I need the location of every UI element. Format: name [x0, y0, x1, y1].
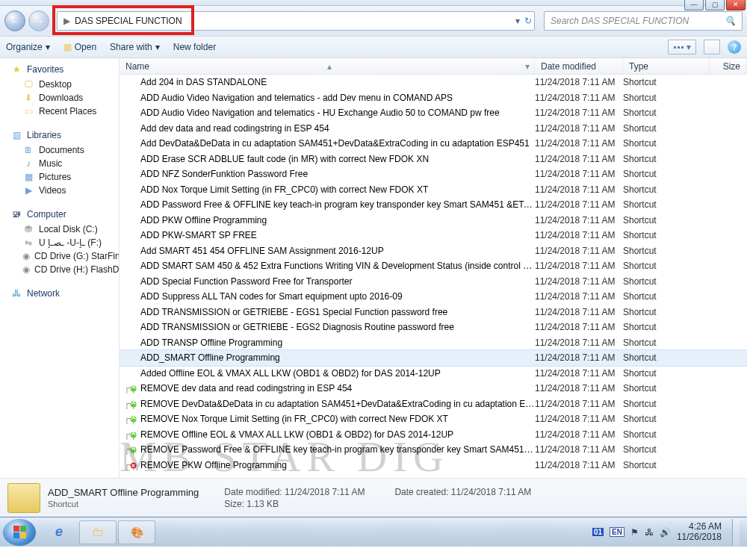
sidebar-item[interactable]: ▦Pictures [0, 170, 119, 184]
table-row[interactable]: Add 204 in DAS STANDALONE11/24/2018 7:11… [120, 75, 747, 90]
taskbar-explorer-button[interactable]: 🗀 [79, 520, 117, 544]
sidebar-item-label: Downloads [39, 93, 83, 103]
table-row[interactable]: ADD SMART SAM 450 & 452 Extra Functions … [120, 258, 747, 274]
tray-clock[interactable]: 4:26 AM 11/26/2018 [677, 522, 722, 543]
column-type[interactable]: Type [623, 58, 710, 74]
vid-icon: ▶ [22, 185, 34, 196]
file-icon [125, 140, 137, 149]
sidebar-network-header[interactable]: 🖧Network [0, 287, 119, 302]
file-date-cell: 11/24/2018 7:11 AM [535, 399, 623, 409]
table-row[interactable]: Add dev data and read codingstring in ES… [120, 121, 747, 137]
file-date-cell: 11/24/2018 7:11 AM [535, 230, 623, 240]
file-name-cell: REMOVE PKW Offline Programming [120, 460, 535, 470]
sidebar-item[interactable]: ▭Recent Places [0, 105, 119, 118]
recent-icon: ▭ [22, 106, 34, 116]
file-type-cell: Shortcut [623, 184, 710, 195]
table-row[interactable]: REMOVE Password Free & OFFLINE key teach… [120, 442, 747, 458]
column-size[interactable]: Size [710, 58, 747, 74]
back-button[interactable]: ← [4, 10, 25, 31]
table-row[interactable]: ADD Password Free & OFFLINE key teach-in… [120, 197, 747, 213]
table-row[interactable]: ADD TRANSMISSION or GETRIEBE - EGS1 Spec… [120, 305, 747, 320]
refresh-button[interactable]: ↻ [524, 16, 532, 26]
file-date-cell: 11/24/2018 7:11 AM [535, 307, 623, 317]
file-date-cell: 11/24/2018 7:11 AM [535, 460, 623, 470]
maximize-button[interactable]: ▢ [705, 0, 725, 10]
tray-network-icon[interactable]: 🖧 [645, 527, 654, 538]
sidebar-libraries-header[interactable]: ▥Libraries [0, 128, 119, 143]
sidebar-computer-header[interactable]: 🖳Computer [0, 208, 119, 223]
file-type-cell: Shortcut [623, 215, 710, 225]
tray-shield-icon[interactable]: ⚑ [630, 527, 639, 538]
column-dropdown-icon[interactable]: ▾ [525, 61, 530, 72]
breadcrumb-dropdown-icon[interactable]: ▾ [515, 16, 520, 26]
taskbar-ie-button[interactable]: e [40, 520, 78, 544]
sidebar-item-label: CD Drive (H:) FlashD [34, 264, 119, 275]
table-row[interactable]: REMOVE dev data and read codingstring in… [120, 381, 747, 396]
file-date-cell: 11/24/2018 7:11 AM [535, 444, 623, 455]
file-rows[interactable]: Add 204 in DAS STANDALONE11/24/2018 7:11… [120, 75, 747, 478]
sidebar-item[interactable]: ⇋U ـصـإ -U-ـإ (F:) [0, 236, 119, 249]
table-row[interactable]: ADD PKW Offline Programming11/24/2018 7:… [120, 213, 747, 228]
taskbar-paint-button[interactable]: 🎨 [118, 520, 155, 544]
search-input[interactable]: Search DAS SPECIAL FUNCTION 🔍 [544, 11, 743, 31]
table-row[interactable]: ADD_SMART Offline Programming11/24/2018 … [120, 350, 747, 366]
file-name-cell: Add DevData&DeData in cu adaptation SAM4… [120, 138, 535, 149]
file-name-cell: ADD PKW Offline Programming [120, 215, 535, 225]
help-button[interactable]: ? [728, 40, 741, 54]
sidebar-item[interactable]: ◉CD Drive (G:) StarFin [0, 249, 119, 263]
table-row[interactable]: Add SMART 451 454 OFFLINE SAM Assignment… [120, 243, 747, 259]
show-desktop-button[interactable] [732, 519, 740, 546]
breadcrumb-text: DAS SPECIAL FUNCTION [75, 16, 182, 26]
forward-button[interactable]: → [28, 10, 49, 31]
tray-language[interactable]: EN [610, 527, 624, 537]
table-row[interactable]: ADD TRANSMISSION or GETRIEBE - EGS2 Diag… [120, 320, 747, 335]
sidebar-item[interactable]: ◉CD Drive (H:) FlashD [0, 263, 119, 276]
table-row[interactable]: Add DevData&DeData in cu adaptation SAM4… [120, 136, 747, 152]
tray-volume-icon[interactable]: 🔊 [660, 527, 671, 538]
minimize-button[interactable]: — [684, 0, 704, 10]
new-folder-button[interactable]: New folder [173, 42, 216, 52]
file-date-cell: 11/24/2018 7:11 AM [535, 352, 623, 363]
sidebar-item[interactable]: ▶Videos [0, 184, 119, 197]
navigation-bar: ← → ▶ DAS SPECIAL FUNCTION ▾ ↻ Search DA… [0, 6, 747, 36]
table-row[interactable]: ADD PKW-SMART SP FREE11/24/2018 7:11 AMS… [120, 228, 747, 243]
table-row[interactable]: ADD Erase SCR ADBLUE fault code (in MR) … [120, 152, 747, 167]
table-row[interactable]: ADD TRANSP Offline Programming11/24/2018… [120, 335, 747, 351]
table-row[interactable]: ADD Audio Video Navigation and telematic… [120, 105, 747, 121]
table-row[interactable]: REMOVE PKW Offline Programming11/24/2018… [120, 458, 747, 473]
table-row[interactable]: REMOVE DevData&DeData in cu adaptation S… [120, 396, 747, 412]
navigation-pane: ★Favorites 🖵Desktop⬇Downloads▭Recent Pla… [0, 58, 120, 478]
close-button[interactable]: ✕ [726, 0, 746, 10]
sidebar-item[interactable]: ♪Music [0, 157, 119, 170]
file-icon [125, 431, 137, 440]
file-type-cell: Shortcut [623, 291, 710, 302]
column-date[interactable]: Date modified [535, 58, 623, 74]
tray-indicator[interactable]: 01 [592, 528, 604, 536]
view-button[interactable]: ▾ [668, 40, 696, 55]
sidebar-item[interactable]: ⛃Local Disk (C:) [0, 223, 119, 236]
search-placeholder: Search DAS SPECIAL FUNCTION [551, 16, 689, 26]
table-row[interactable]: ADD NFZ SonderFunktion Password Free11/2… [120, 167, 747, 182]
sidebar-favorites-header[interactable]: ★Favorites [0, 63, 119, 78]
sidebar-item[interactable]: ⬇Downloads [0, 91, 119, 105]
share-button[interactable]: Share with ▾ [110, 42, 160, 52]
table-row[interactable]: Added Offline EOL & VMAX ALL LKW (OBD1 &… [120, 366, 747, 382]
table-row[interactable]: REMOVE Offline EOL & VMAX ALL LKW (OBD1 … [120, 427, 747, 443]
file-date-cell: 11/24/2018 7:11 AM [535, 383, 623, 393]
sidebar-item[interactable]: 🗎Documents [0, 143, 119, 157]
sidebar-item[interactable]: 🖵Desktop [0, 78, 119, 91]
organize-button[interactable]: Organize ▾ [6, 42, 50, 52]
table-row[interactable]: ADD Special Function Password Free for T… [120, 274, 747, 290]
table-row[interactable]: ADD Suppress ALL TAN codes for Smart equ… [120, 289, 747, 305]
column-name[interactable]: Name▴▾ [120, 58, 535, 74]
file-name-cell: REMOVE dev data and read codingstring in… [120, 383, 535, 393]
breadcrumb[interactable]: ▶ DAS SPECIAL FUNCTION ▾ ↻ [57, 11, 535, 31]
preview-pane-button[interactable] [704, 40, 720, 55]
file-type-cell: Shortcut [623, 352, 710, 363]
file-type-cell: Shortcut [623, 108, 710, 118]
start-button[interactable] [3, 519, 36, 546]
table-row[interactable]: ADD Audio Video Navigation and telematic… [120, 90, 747, 106]
table-row[interactable]: REMOVE Nox Torque Limit Setting (in FR_C… [120, 411, 747, 427]
open-button[interactable]: ▦Open [63, 42, 96, 52]
table-row[interactable]: ADD Nox Torque Limit Setting (in FR_CPC0… [120, 182, 747, 198]
